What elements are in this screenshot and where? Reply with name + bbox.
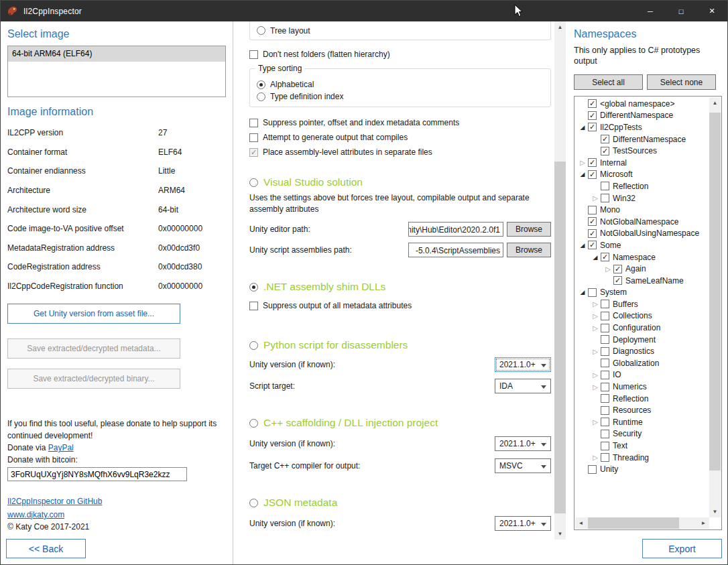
tree-item[interactable]: DifferentNamespace	[576, 133, 709, 145]
tree-item[interactable]: Text	[576, 440, 709, 452]
close-button[interactable]: ✕	[696, 1, 727, 21]
python-script-radio[interactable]: Python script for disassemblers	[249, 338, 554, 352]
namespace-checkbox[interactable]	[601, 453, 609, 462]
tree-item[interactable]: TestSources	[576, 145, 709, 157]
back-button[interactable]: << Back	[6, 539, 86, 558]
paypal-link[interactable]: PayPal	[48, 443, 74, 452]
tree-item[interactable]: Security	[576, 428, 709, 440]
select-none-button[interactable]: Select none	[647, 74, 716, 90]
namespace-checkbox[interactable]	[601, 430, 609, 438]
namespace-checkbox[interactable]	[601, 359, 609, 367]
output-option-checkbox[interactable]: Suppress pointer, offset and index metad…	[249, 115, 554, 130]
github-link[interactable]: Il2CppInspector on GitHub	[7, 497, 102, 506]
namespace-checkbox[interactable]	[588, 229, 597, 238]
scrollbar-track[interactable]	[709, 109, 721, 506]
namespace-checkbox[interactable]	[588, 158, 597, 167]
dotnet-shim-radio[interactable]: .NET assembly shim DLLs	[249, 280, 554, 294]
website-link[interactable]: www.djkaty.com	[7, 510, 64, 519]
scroll-down-icon[interactable]: ▼	[709, 506, 721, 517]
export-button[interactable]: Export	[642, 539, 722, 558]
tree-item[interactable]: Mono	[576, 204, 709, 216]
collapse-icon[interactable]: ◢	[590, 254, 601, 261]
expand-icon[interactable]: ▷	[603, 265, 613, 273]
namespace-checkbox[interactable]	[588, 217, 597, 226]
namespace-checkbox[interactable]	[601, 371, 609, 379]
tree-item[interactable]: ▷Runtime	[576, 416, 709, 428]
tree-item[interactable]: ▷Win32	[576, 192, 709, 204]
tree-item[interactable]: ▷Buffers	[576, 298, 709, 310]
suppress-metadata-attributes-checkbox[interactable]: Suppress output of all metadata attribut…	[249, 300, 554, 311]
cpp-scaffolding-radio[interactable]: C++ scaffolding / DLL injection project	[249, 416, 554, 430]
tree-item[interactable]: ▷Again	[576, 263, 709, 275]
namespace-checkbox[interactable]	[601, 312, 609, 320]
namespace-checkbox[interactable]	[601, 300, 609, 308]
tree-vertical-scrollbar[interactable]: ▲ ▼	[709, 97, 721, 517]
collapse-icon[interactable]: ◢	[577, 124, 588, 131]
namespace-checkbox[interactable]	[601, 418, 609, 426]
namespace-checkbox[interactable]	[588, 206, 597, 214]
scrollbar-thumb[interactable]	[709, 113, 721, 470]
type-sorting-option[interactable]: Alphabetical	[257, 78, 550, 90]
tree-item[interactable]: ◢Il2CppTests	[576, 121, 709, 133]
namespace-checkbox[interactable]	[588, 241, 597, 249]
expand-icon[interactable]: ▷	[577, 159, 588, 166]
script-assemblies-path-input[interactable]: -5.0.4\ScriptAssemblies	[408, 243, 503, 257]
expand-icon[interactable]: ▷	[590, 418, 601, 426]
scrollbar-thumb[interactable]	[588, 517, 679, 529]
script-target-select[interactable]: IDA	[495, 379, 551, 393]
collapse-icon[interactable]: ◢	[577, 289, 588, 296]
expand-icon[interactable]: ▷	[590, 312, 601, 320]
namespace-checkbox[interactable]	[588, 288, 597, 297]
namespace-checkbox[interactable]	[613, 265, 622, 273]
namespace-checkbox[interactable]	[613, 276, 622, 285]
tree-item[interactable]: ▷Internal	[576, 157, 709, 169]
tree-item[interactable]: ▷Numerics	[576, 381, 709, 393]
tree-item[interactable]: Resources	[576, 404, 709, 416]
expand-icon[interactable]: ▷	[590, 324, 601, 332]
tree-item[interactable]: DifferentNamespace	[576, 110, 709, 122]
tree-item[interactable]: ◢Some	[576, 239, 709, 251]
output-option-checkbox[interactable]: Attempt to generate output that compiles	[249, 130, 554, 145]
expand-icon[interactable]: ▷	[590, 300, 601, 308]
python-unity-version-select[interactable]: 2021.1.0+	[495, 357, 551, 372]
bitcoin-address-input[interactable]: 3FoRUqUXgYj8NY8sMQfhX6vv9LqR3e2kzz	[7, 467, 187, 481]
unity-editor-path-input[interactable]: Files\Unity\Hub\Editor\2020.2.0f1	[408, 222, 503, 237]
tree-item[interactable]: ▷IO	[576, 369, 709, 381]
expand-icon[interactable]: ▷	[590, 348, 601, 355]
namespace-checkbox[interactable]	[601, 135, 609, 143]
type-sorting-option[interactable]: Type definition index	[257, 90, 550, 103]
namespace-checkbox[interactable]	[601, 406, 609, 415]
cpp-unity-version-select[interactable]: 2021.1.0+	[495, 436, 551, 451]
cpp-compiler-select[interactable]: MSVC	[495, 458, 551, 473]
namespace-checkbox[interactable]	[588, 170, 597, 179]
output-scrollbar[interactable]: ▲ ▼	[554, 21, 566, 540]
tree-horizontal-scrollbar[interactable]: ◄ ►	[575, 517, 709, 529]
tree-item[interactable]: NotGlobalNamespace	[576, 216, 709, 228]
tree-item[interactable]: ▷Diagnostics	[576, 345, 709, 357]
json-unity-version-select[interactable]: 2021.1.0+	[495, 516, 551, 531]
get-unity-version-button[interactable]: Get Unity version from asset file...	[7, 304, 180, 324]
namespace-checkbox[interactable]	[588, 123, 597, 131]
image-list-item[interactable]: 64-bit ARM64 (ELF64)	[8, 46, 225, 62]
namespace-checkbox[interactable]	[601, 194, 609, 202]
browse-script-assemblies-button[interactable]: Browse	[507, 243, 551, 257]
visual-studio-radio[interactable]: Visual Studio solution	[249, 176, 554, 189]
collapse-icon[interactable]: ◢	[577, 242, 588, 249]
scroll-left-icon[interactable]: ◄	[575, 517, 587, 529]
expand-icon[interactable]: ▷	[590, 454, 601, 461]
tree-item[interactable]: ▷Collections	[576, 310, 709, 322]
json-metadata-radio[interactable]: JSON metadata	[249, 496, 554, 509]
namespace-checkbox[interactable]	[601, 335, 609, 344]
tree-layout-radio[interactable]: Tree layout	[257, 25, 310, 37]
scroll-down-icon[interactable]: ▼	[554, 528, 566, 540]
tree-item[interactable]: <global namespace>	[576, 98, 709, 110]
scroll-up-icon[interactable]: ▲	[709, 97, 721, 109]
tree-item[interactable]: ◢Namespace	[576, 251, 709, 263]
tree-item[interactable]: Globalization	[576, 357, 709, 369]
namespace-checkbox[interactable]	[601, 324, 609, 332]
image-listbox[interactable]: 64-bit ARM64 (ELF64)	[7, 46, 226, 97]
namespace-checkbox[interactable]	[601, 394, 609, 403]
tree-item[interactable]: Reflection	[576, 393, 709, 405]
maximize-button[interactable]: □	[666, 1, 696, 21]
namespace-checkbox[interactable]	[601, 147, 609, 155]
